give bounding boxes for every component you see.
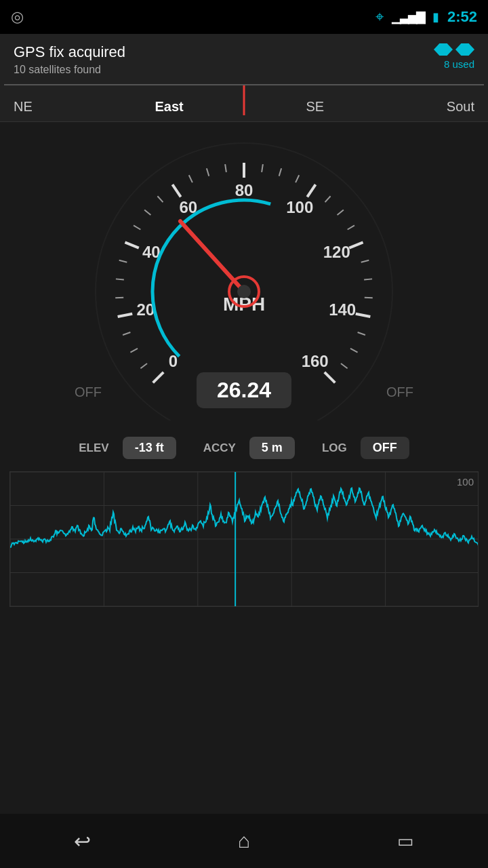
bluetooth-icon: ⌖ xyxy=(375,8,384,26)
satellites-used: 8 used xyxy=(444,58,474,70)
signal-icon: ▁▃▅▇ xyxy=(392,9,424,24)
battery-icon: ▮ xyxy=(432,9,439,24)
gps-satellite-info: 8 used xyxy=(434,43,474,70)
gps-info-panel: GPS fix acquired 10 satellites found 8 u… xyxy=(0,34,488,83)
chart-canvas xyxy=(10,472,479,606)
compass-south: Sout xyxy=(447,99,474,115)
compass-ticks xyxy=(0,83,488,96)
back-button[interactable]: ↩ xyxy=(74,829,91,853)
recents-button[interactable]: ▭ xyxy=(397,831,414,852)
gps-subtitle: 10 satellites found xyxy=(14,64,125,76)
location-icon: ◎ xyxy=(11,8,24,26)
speedometer-area: OFF OFF 26.24 xyxy=(0,122,488,427)
gps-title: GPS fix acquired xyxy=(14,43,125,61)
compass-se: SE xyxy=(306,99,324,115)
elev-value: -13 ft xyxy=(123,437,176,459)
log-label: LOG xyxy=(322,441,347,455)
nav-bar: ↩ ⌂ ▭ xyxy=(0,814,488,868)
chart-max-label: 100 xyxy=(457,476,474,488)
accy-label: ACCY xyxy=(203,441,236,455)
status-time: 2:52 xyxy=(447,8,477,26)
compass-east: East xyxy=(155,99,184,115)
accy-value: 5 m xyxy=(249,437,295,459)
left-off-label: OFF xyxy=(75,384,102,400)
compass-bar: NE East SE Sout xyxy=(0,83,488,122)
satellite-icon xyxy=(434,43,474,56)
speed-chart[interactable]: 100 xyxy=(9,471,479,607)
right-off-label: OFF xyxy=(386,384,413,400)
speed-value: 26.24 xyxy=(197,372,291,408)
elev-label: ELEV xyxy=(79,441,108,455)
status-bar: ◎ ⌖ ▁▃▅▇ ▮ 2:52 xyxy=(0,0,488,34)
log-value: OFF xyxy=(361,437,409,459)
gps-text-group: GPS fix acquired 10 satellites found xyxy=(14,43,125,76)
compass-ne: NE xyxy=(14,99,33,115)
speedometer: OFF OFF 26.24 xyxy=(61,136,427,420)
home-button[interactable]: ⌂ xyxy=(238,829,250,852)
info-row: ELEV -13 ft ACCY 5 m LOG OFF xyxy=(0,427,488,469)
